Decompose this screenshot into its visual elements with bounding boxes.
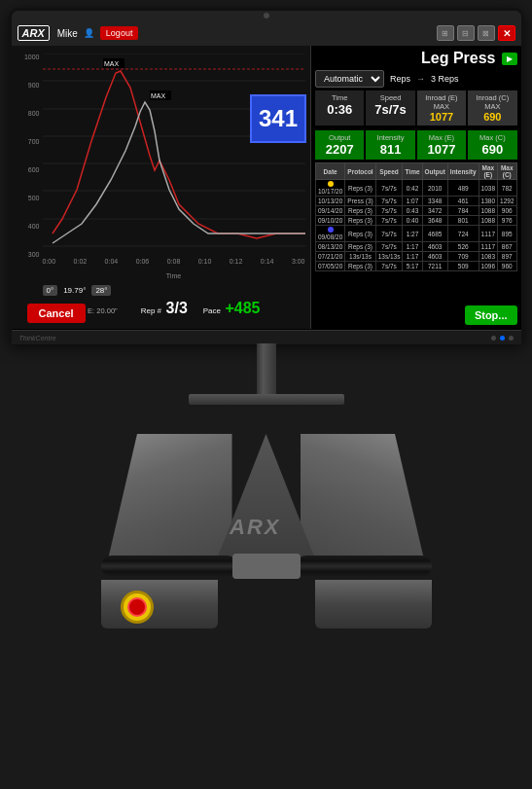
y-label-800: 800 — [28, 110, 40, 117]
x-label-0: 0:00 — [43, 258, 56, 265]
stat-max-c-label: Max (C) — [472, 133, 513, 142]
y-axis: 1000 900 800 700 600 500 400 300 — [16, 54, 43, 258]
cell-date: 09/08/20 — [316, 226, 345, 242]
cell-maxe: 1096 — [479, 262, 497, 271]
cell-maxc: 867 — [498, 242, 516, 252]
cell-output: 4603 — [422, 242, 447, 252]
machine-right-panel — [301, 434, 427, 570]
table-row: 08/13/20 Reps (3) 7s/7s 1:17 4603 526 11… — [316, 242, 517, 252]
cell-protocol: Reps (3) — [345, 262, 375, 271]
cell-speed: 7s/7s — [375, 180, 403, 197]
stat-speed-value: 7s/7s — [370, 102, 410, 117]
nav-icon-3[interactable]: ⊠ — [478, 25, 495, 41]
estop-yellow — [121, 591, 154, 624]
nav-icon-1[interactable]: ⊞ — [437, 25, 454, 41]
cell-speed: 7s/7s — [375, 262, 403, 271]
x-label-7: 0:14 — [261, 258, 274, 265]
handlebar-center — [232, 554, 301, 579]
cell-protocol: Reps (3) — [345, 216, 375, 226]
nav-icons: ⊞ ⊟ ⊠ ✕ — [437, 25, 515, 41]
cell-date: 08/13/20 — [316, 242, 345, 252]
table-row: 07/05/20 Reps (3) 7s/7s 5:17 7211 509 10… — [316, 262, 517, 271]
cell-output: 4603 — [422, 252, 447, 262]
y-label-900: 900 — [28, 82, 40, 89]
stat-max-e-label: Max (E) — [421, 133, 462, 142]
close-button[interactable]: ✕ — [498, 25, 515, 41]
nav-icon-2[interactable]: ⊟ — [457, 25, 475, 41]
cell-maxe: 1380 — [479, 197, 497, 206]
cell-maxe: 1117 — [479, 242, 497, 252]
angle-mid: 19.79° — [63, 286, 86, 295]
cell-intensity: 489 — [447, 180, 479, 197]
cell-date: 09/14/20 — [316, 206, 345, 216]
cell-speed: 7s/7s — [375, 242, 403, 252]
thinkcentre-bar: ThinkCentre — [12, 330, 521, 344]
stat-inroad-e-label: Inroad (E) MAX — [421, 93, 462, 111]
cell-intensity: 526 — [447, 242, 479, 252]
stat-time: Time 0:36 — [315, 90, 364, 126]
graph-svg: MAX MAX — [43, 54, 307, 248]
cell-date: 10/13/20 — [316, 197, 345, 206]
cell-protocol: Press (3) — [345, 197, 375, 206]
cell-date: 10/17/20 — [316, 180, 345, 197]
graph-panel: 1000 900 800 700 600 500 400 300 — [12, 46, 312, 329]
estop-red — [127, 597, 147, 617]
monitor-bezel: ARX Mike 👤 Logout ⊞ ⊟ ⊠ ✕ 1000 900 — [9, 8, 524, 343]
exercise-title-row: Leg Press ▶ — [315, 50, 517, 67]
y-label-400: 400 — [28, 223, 40, 230]
svg-text:MAX: MAX — [151, 92, 166, 99]
right-panel: Leg Press ▶ Automatic Reps → 3 Reps Time — [311, 46, 521, 329]
cell-time: 0:42 — [403, 180, 422, 197]
stand-plate — [189, 394, 344, 405]
handlebar — [101, 553, 432, 580]
cell-date: 07/21/20 — [316, 252, 345, 262]
stat-time-value: 0:36 — [319, 102, 360, 117]
cell-maxc: 976 — [498, 216, 516, 226]
leg-right — [315, 580, 432, 628]
monitor-camera — [264, 13, 269, 18]
stat-speed-label: Speed — [370, 93, 410, 102]
cell-maxc: 906 — [498, 206, 516, 216]
cell-speed: 7s/7s — [375, 226, 403, 242]
cancel-button[interactable]: Cancel — [27, 304, 86, 323]
indicator-1 — [491, 336, 496, 341]
cell-output: 4685 — [422, 226, 447, 242]
cell-time: 1:17 — [403, 252, 422, 262]
score-box: 341 — [250, 94, 306, 143]
th-speed: Speed — [375, 163, 403, 180]
indicator-active — [500, 336, 505, 341]
stats-grid: Time 0:36 Speed 7s/7s Inroad (E) MAX 107… — [315, 90, 517, 126]
x-label-6: 0:12 — [230, 258, 243, 265]
cell-protocol: Reps (3) — [345, 242, 375, 252]
main-content: 1000 900 800 700 600 500 400 300 — [12, 46, 521, 329]
stat-max-e-value: 1077 — [421, 142, 462, 157]
play-button[interactable]: ▶ — [502, 53, 517, 65]
cell-output: 2010 — [422, 180, 447, 197]
stat-max-c-value: 690 — [472, 142, 513, 157]
cell-maxc: 897 — [498, 252, 516, 262]
logout-button[interactable]: Logout — [100, 26, 139, 40]
pace-display: Pace +485 — [203, 300, 261, 317]
thinkcentre-label: ThinkCentre — [19, 335, 56, 341]
stat-max-c: Max (C) 690 — [468, 130, 516, 160]
x-label-1: 0:02 — [74, 258, 88, 265]
table-row: 09/10/20 Reps (3) 7s/7s 0:40 3648 801 10… — [316, 216, 517, 226]
cell-time: 1:17 — [403, 242, 422, 252]
cell-maxe: 1038 — [479, 180, 497, 197]
cell-date: 09/10/20 — [316, 216, 345, 226]
stop-button[interactable]: Stop... — [465, 305, 517, 325]
reps-label: Reps — [390, 74, 410, 84]
history-table: Date Protocol Speed Time Output Intensit… — [315, 162, 517, 301]
cell-time: 1:07 — [403, 197, 422, 206]
cell-maxe: 1088 — [479, 216, 497, 226]
cell-protocol: Reps (3) — [345, 180, 375, 197]
y-label-1000: 1000 — [24, 54, 40, 60]
mode-select[interactable]: Automatic — [315, 70, 384, 88]
svg-text:MAX: MAX — [104, 60, 120, 67]
stat-output-value: 2207 — [319, 142, 360, 157]
table-row: 07/21/20 13s/13s 13s/13s 1:17 4603 709 1… — [316, 252, 517, 262]
th-output: Output — [422, 163, 447, 180]
cell-date: 07/05/20 — [316, 262, 345, 271]
stat-output-label: Output — [319, 133, 360, 142]
table-row: 09/08/20 Reps (3) 7s/7s 1:27 4685 724 11… — [316, 226, 517, 242]
